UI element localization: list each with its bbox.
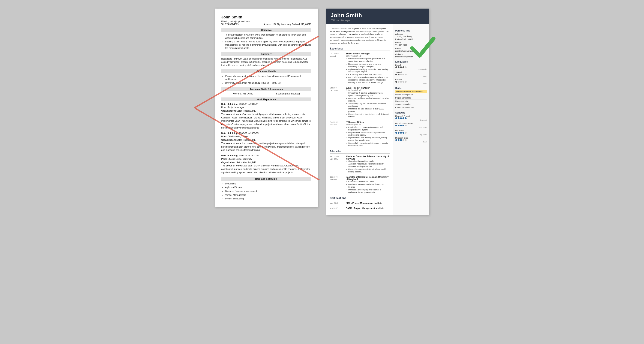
sw-excel-dots <box>396 139 427 141</box>
lang-spanish-level: Basic <box>396 75 427 77</box>
languages-title: Languages <box>396 60 427 63</box>
skill-cs: Communication Skills <box>396 106 427 109</box>
dot <box>405 74 406 75</box>
edu1-date: Sep 1999 - May 2001 <box>330 155 344 173</box>
skill-vm: Vendor Management <box>396 93 427 96</box>
sw-winserver: MS Windows Server Very Good <box>396 122 427 128</box>
lang-spanish-name: Spanish <box>396 71 427 73</box>
cert1-content: PMP - Project Management Institute <box>346 202 390 205</box>
summary-text: Healthcare PMP with years of experience … <box>222 57 312 67</box>
work3-org: Organization: Seton Hospital, ME <box>222 161 312 164</box>
left-address: Address: 134 Rightward Way Portland, ME,… <box>264 23 311 25</box>
sw-excel: Microsoft Excel Good <box>396 137 427 143</box>
edu1-degree: Master of Computer Science, University o… <box>346 155 390 160</box>
work2-joining: Date of Joining: 2002-09 to 2006-05 <box>222 132 312 135</box>
dot <box>398 66 400 68</box>
sw-linux-dots <box>396 132 427 134</box>
sw-msproject-name: Microsoft Project <box>396 115 427 117</box>
objective-item-1: To be an expert in my area of work, with… <box>225 33 312 39</box>
skill-5: Project Scheduling <box>225 197 312 200</box>
right-name: John Smith <box>331 12 425 19</box>
sw-excel-name: Microsoft Excel <box>396 137 427 139</box>
right-header: John Smith IT Project Manager <box>326 8 429 24</box>
work3-post: Post: Charge Nurse, Maternity <box>222 157 312 161</box>
lang-french: French Intermediate <box>396 64 427 70</box>
dot <box>396 74 397 75</box>
work2-post: Post: Chief Nursing Officer <box>222 135 312 138</box>
exp3-title: IT Support Officer <box>346 121 390 123</box>
right-summary: IT Professional with over 10 years of ex… <box>330 27 390 44</box>
cert-entry-2: Nov 2007 CAPM - Project Management Insti… <box>330 207 390 210</box>
exp2-title: Junior Project Manager <box>346 87 390 89</box>
lang-spanish-dots <box>396 74 427 75</box>
summary-section-title: Summary <box>222 52 312 56</box>
dot <box>398 81 400 83</box>
sw-msproject-level: Excellent <box>396 119 427 121</box>
right-resume-wrapper: John Smith IT Project Manager IT Profess… <box>326 8 429 215</box>
address-value: 134 Rightward WayPortland, ME, 04019 <box>396 35 427 40</box>
exp3-org: Seton Hospital, ME <box>346 123 390 125</box>
linkedin-label: LinkedIn <box>396 53 427 55</box>
tech-col1: Keynote, MS Office <box>233 92 253 95</box>
cert1-date: May 2010 <box>330 202 344 205</box>
exp1-date: Dec 2006 - present <box>330 52 344 84</box>
dot <box>400 74 402 75</box>
edu2-degree: Bachelor of Computer Science, University… <box>346 176 390 181</box>
skill-1: Leadership <box>225 182 312 185</box>
work-section-title: Work Experience <box>222 97 312 101</box>
sw-linux-name: Linux/Unix <box>396 130 427 132</box>
lang-french-dots <box>396 66 427 68</box>
sw-linux-level: Very Good <box>396 134 427 136</box>
sw-winserver-name: MS Windows Server <box>396 122 427 124</box>
edu-entry-1: Sep 1999 - May 2001 Master of Computer S… <box>330 155 390 173</box>
work-entry-3: Date of Joining: 2000-03 to 2002-09 Post… <box>222 154 312 174</box>
lang-german: German Basic <box>396 79 427 85</box>
exp-entry-3: Aug 2002 - Sep 2004 IT Support Officer S… <box>330 121 390 147</box>
dot <box>405 81 406 83</box>
right-title: IT Project Manager <box>331 19 425 22</box>
edu-entry-2: Sep 1996 - Jun 1999 Bachelor of Computer… <box>330 176 390 194</box>
exp1-title: Senior Project Manager <box>346 52 390 55</box>
technical-skills-row: Keynote, MS Office Spanish (intermediate… <box>222 92 312 95</box>
email-label: E-mail <box>396 47 427 50</box>
objective-item-2: Seeking a role, where I will be able to … <box>225 40 312 49</box>
skill-bpi: Business Process Improvement <box>396 90 427 93</box>
objective-section-title: Objective <box>222 28 312 32</box>
sw-msproject: Microsoft Project Excellent <box>396 115 427 121</box>
lang-german-name: German <box>396 79 427 81</box>
exp3-content: IT Support Officer Seton Hospital, ME Pr… <box>346 121 390 147</box>
work1-joining: Date of Joining: 2006-05 to 2017-01 <box>222 103 312 106</box>
certifications-section-head: Certifications <box>330 197 390 200</box>
objective-list: To be an expert in my area of work, with… <box>222 33 312 49</box>
dot <box>402 81 404 83</box>
exp3-bullets: Provided support for project managers an… <box>346 126 390 147</box>
skill-ps: Project Scheduling <box>396 96 427 100</box>
software-title: Software <box>396 111 427 114</box>
dot <box>405 66 406 68</box>
work1-scope: The scope of work: Oversaw hospital proj… <box>222 113 312 130</box>
work2-org: Organization: Seton Hospital, ME <box>222 138 312 142</box>
exp3-date: Aug 2002 - Sep 2004 <box>330 121 344 147</box>
phone-value: 774-987-4009 <box>396 44 427 46</box>
left-email: E-Mail: j.smith@uptowork.com <box>222 20 312 23</box>
skill-3: Business Process Improvement <box>225 190 312 193</box>
experience-section-head: Experience <box>330 47 390 51</box>
cert2-name: CAPM - Project Management Institute <box>346 207 390 210</box>
main-column: IT Professional with over 10 years of ex… <box>326 24 393 215</box>
right-body: IT Professional with over 10 years of ex… <box>326 24 429 215</box>
sw-linux: Linux/Unix Very Good <box>396 130 427 136</box>
left-resume: John Smith E-Mail: j.smith@uptowork.com … <box>215 8 318 207</box>
exp1-org: Seton Hospital, ME <box>346 55 390 57</box>
technical-section-title: Technical Skills & Languages <box>222 87 312 91</box>
work3-joining: Date of Joining: 2000-03 to 2002-09 <box>222 154 312 157</box>
edu1-content: Master of Computer Science, University o… <box>346 155 390 173</box>
edu1-bullets: Graduated Summa Cum Laude. Andersen Post… <box>346 160 390 173</box>
cert1-name: PMP - Project Management Institute <box>346 202 390 204</box>
academic-section-title: Academic Details <box>222 69 312 73</box>
work3-scope: The scope of work: Lead team of 15+ Mate… <box>222 164 312 174</box>
dot <box>402 74 404 75</box>
lang-french-name: French <box>396 64 427 66</box>
academic-item-2: University of Southern Maine, BSN (1996-… <box>225 81 312 85</box>
right-resume: John Smith IT Project Manager IT Profess… <box>326 8 429 215</box>
skill-sp: Strategic Planning <box>396 103 427 106</box>
